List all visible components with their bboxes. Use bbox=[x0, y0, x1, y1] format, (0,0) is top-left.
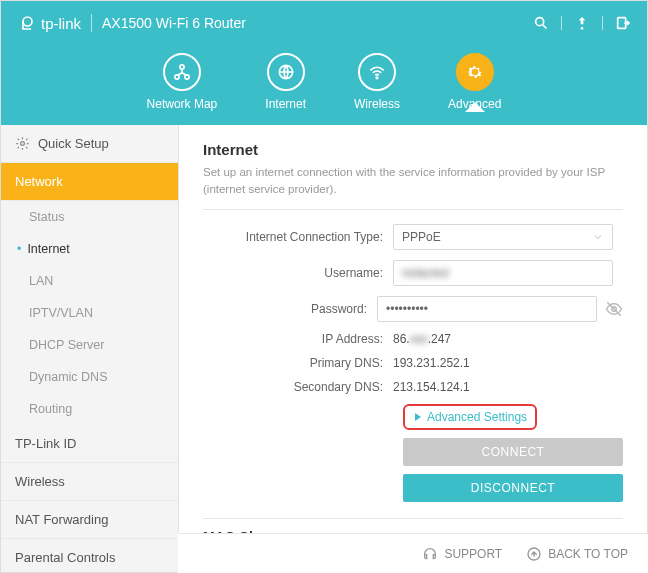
network-map-icon bbox=[172, 62, 192, 82]
svg-point-4 bbox=[180, 65, 184, 69]
link-label: Advanced Settings bbox=[427, 410, 527, 424]
back-to-top-link[interactable]: BACK TO TOP bbox=[526, 546, 628, 562]
sidebar-item-wireless[interactable]: Wireless bbox=[1, 463, 178, 501]
tab-advanced[interactable]: Advanced bbox=[448, 53, 501, 111]
sidebar-item-label: Network bbox=[15, 174, 63, 189]
sidebar-item-label: Wireless bbox=[15, 474, 65, 489]
tab-label: Network Map bbox=[147, 97, 218, 111]
main-content: Internet Set up an internet connection w… bbox=[179, 125, 647, 573]
value-primary-dns: 193.231.252.1 bbox=[393, 356, 623, 370]
input-value: redacted bbox=[402, 266, 449, 280]
select-value: PPPoE bbox=[402, 230, 441, 244]
value-secondary-dns: 213.154.124.1 bbox=[393, 380, 623, 394]
input-value[interactable] bbox=[386, 302, 588, 316]
footer: SUPPORT BACK TO TOP bbox=[178, 533, 648, 573]
toggle-password-icon[interactable] bbox=[605, 300, 623, 318]
row-username: Username: redacted bbox=[203, 260, 623, 286]
row-secondary-dns: Secondary DNS: 213.154.124.1 bbox=[203, 380, 623, 394]
row-connection-type: Internet Connection Type: PPPoE bbox=[203, 224, 623, 250]
arrow-up-circle-icon bbox=[526, 546, 542, 562]
sidebar-item-label: Quick Setup bbox=[38, 136, 109, 151]
svg-point-0 bbox=[23, 17, 32, 26]
label-connection-type: Internet Connection Type: bbox=[203, 230, 393, 244]
topbar: tp-link AX1500 Wi-Fi 6 Router bbox=[1, 1, 647, 45]
input-username[interactable]: redacted bbox=[393, 260, 613, 286]
section-description: Set up an internet connection with the s… bbox=[203, 164, 623, 210]
support-link[interactable]: SUPPORT bbox=[422, 546, 502, 562]
sidebar-item-tplinkid[interactable]: TP-Link ID bbox=[1, 425, 178, 463]
sidebar-subitem-status[interactable]: Status bbox=[1, 201, 178, 233]
sidebar-quick-setup[interactable]: Quick Setup bbox=[1, 125, 178, 163]
tab-network-map[interactable]: Network Map bbox=[147, 53, 218, 111]
label-username: Username: bbox=[203, 266, 393, 280]
chevron-down-icon bbox=[592, 231, 604, 243]
sidebar-item-label: TP-Link ID bbox=[15, 436, 76, 451]
nav-tabs: Network Map Internet Wireless Advanced bbox=[1, 45, 647, 125]
label-password: Password: bbox=[203, 302, 377, 316]
body: Quick Setup Network Status Internet LAN … bbox=[1, 125, 647, 573]
icon-separator bbox=[561, 16, 562, 30]
tab-label: Internet bbox=[265, 97, 306, 111]
sidebar-item-label: Parental Controls bbox=[15, 550, 115, 565]
gear-icon bbox=[15, 136, 30, 151]
svg-point-8 bbox=[376, 77, 378, 79]
value-ip: 86.xxx.247 bbox=[393, 332, 623, 346]
button-label: CONNECT bbox=[482, 445, 545, 459]
row-primary-dns: Primary DNS: 193.231.252.1 bbox=[203, 356, 623, 370]
select-connection-type[interactable]: PPPoE bbox=[393, 224, 613, 250]
brand: tp-link bbox=[17, 14, 81, 32]
tplink-logo-icon bbox=[17, 14, 35, 32]
row-ip: IP Address: 86.xxx.247 bbox=[203, 332, 623, 346]
label-primary-dns: Primary DNS: bbox=[203, 356, 393, 370]
input-password[interactable] bbox=[377, 296, 597, 322]
sidebar-subitem-internet[interactable]: Internet bbox=[1, 233, 178, 265]
icon-separator bbox=[602, 16, 603, 30]
svg-point-1 bbox=[536, 18, 544, 26]
sidebar-subitem-lan[interactable]: LAN bbox=[1, 265, 178, 297]
section-title: Internet bbox=[203, 141, 623, 158]
triangle-right-icon bbox=[413, 412, 423, 422]
tab-label: Wireless bbox=[354, 97, 400, 111]
button-label: DISCONNECT bbox=[471, 481, 555, 495]
advanced-settings-link[interactable]: Advanced Settings bbox=[403, 404, 537, 430]
active-tab-arrow bbox=[465, 102, 485, 112]
sidebar: Quick Setup Network Status Internet LAN … bbox=[1, 125, 179, 573]
sidebar-subitem-dhcp[interactable]: DHCP Server bbox=[1, 329, 178, 361]
brand-name: tp-link bbox=[41, 15, 81, 32]
svg-point-9 bbox=[21, 142, 25, 146]
sidebar-item-network[interactable]: Network bbox=[1, 163, 178, 201]
label-ip: IP Address: bbox=[203, 332, 393, 346]
row-password: Password: bbox=[203, 296, 623, 322]
disconnect-button[interactable]: DISCONNECT bbox=[403, 474, 623, 502]
header: tp-link AX1500 Wi-Fi 6 Router Network Ma… bbox=[1, 1, 647, 125]
headset-icon bbox=[422, 546, 438, 562]
sidebar-item-label: NAT Forwarding bbox=[15, 512, 108, 527]
sidebar-item-nat[interactable]: NAT Forwarding bbox=[1, 501, 178, 539]
gear-icon bbox=[465, 62, 485, 82]
product-name: AX1500 Wi-Fi 6 Router bbox=[102, 15, 246, 31]
svg-point-2 bbox=[581, 27, 584, 30]
brand-divider bbox=[91, 14, 92, 32]
logout-icon[interactable] bbox=[615, 15, 631, 31]
globe-icon bbox=[276, 62, 296, 82]
connect-button[interactable]: CONNECT bbox=[403, 438, 623, 466]
sidebar-item-parental[interactable]: Parental Controls bbox=[1, 539, 178, 573]
label-secondary-dns: Secondary DNS: bbox=[203, 380, 393, 394]
wifi-icon bbox=[367, 62, 387, 82]
footer-label: BACK TO TOP bbox=[548, 547, 628, 561]
footer-label: SUPPORT bbox=[444, 547, 502, 561]
top-icons bbox=[533, 15, 631, 31]
search-icon[interactable] bbox=[533, 15, 549, 31]
sidebar-subitem-iptv[interactable]: IPTV/VLAN bbox=[1, 297, 178, 329]
sidebar-subitem-routing[interactable]: Routing bbox=[1, 393, 178, 425]
sidebar-subitem-ddns[interactable]: Dynamic DNS bbox=[1, 361, 178, 393]
tab-internet[interactable]: Internet bbox=[265, 53, 306, 111]
tab-wireless[interactable]: Wireless bbox=[354, 53, 400, 111]
update-icon[interactable] bbox=[574, 15, 590, 31]
